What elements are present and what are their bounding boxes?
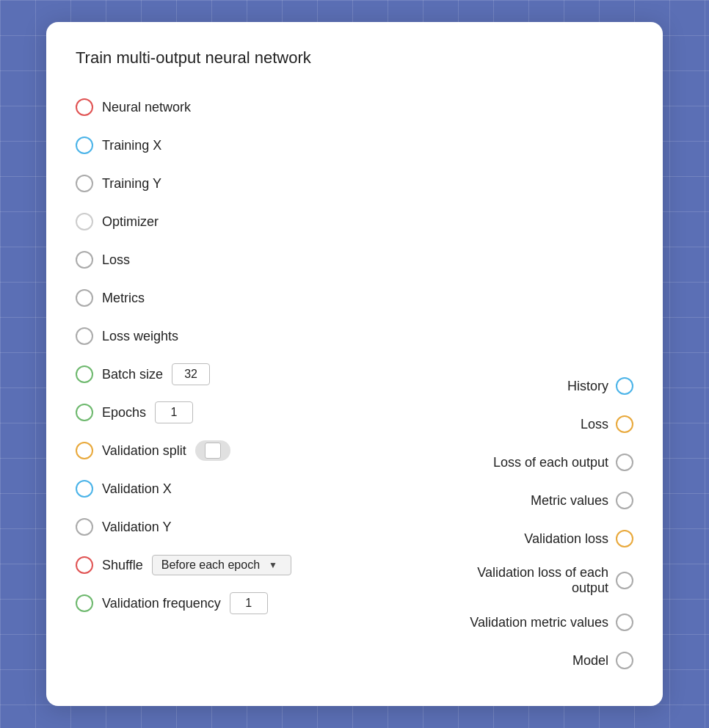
loss-weights-circle [76,327,93,345]
batch-size-input[interactable] [172,363,210,385]
right-param-row-loss-each-output: Loss of each output [443,443,633,481]
loss-out-circle [616,415,633,433]
metric-values-label: Metric values [531,493,608,509]
main-card: Train multi-output neural network Neural… [46,22,663,706]
validation-frequency-circle [76,594,93,612]
epochs-label: Epochs [102,405,146,421]
validation-metric-values-circle [616,614,633,631]
neural-network-label: Neural network [102,100,191,115]
param-row-epochs: Epochs [76,393,443,432]
param-row-shuffle: ShuffleBefore each epoch▼ [76,546,443,584]
loss-each-output-circle [616,454,633,471]
right-param-row-validation-metric-values: Validation metric values [443,603,633,641]
validation-y-label: Validation Y [102,520,171,535]
param-row-validation-split: Validation split [76,432,443,470]
shuffle-label: Shuffle [102,558,143,573]
param-row-training-x: Training X [76,126,443,164]
optimizer-circle [76,213,93,230]
shuffle-dropdown[interactable]: Before each epoch▼ [152,555,291,575]
validation-loss-each-output-circle [616,572,633,589]
validation-metric-values-label: Validation metric values [470,615,608,630]
validation-split-checkbox-inner [205,443,221,459]
validation-frequency-input[interactable] [230,592,268,614]
training-y-label: Training Y [102,176,161,192]
param-row-validation-x: Validation X [76,470,443,508]
right-param-row-history: History [443,367,633,405]
optimizer-label: Optimizer [102,214,159,230]
card-title: Train multi-output neural network [76,48,633,68]
right-param-row-metric-values: Metric values [443,481,633,520]
param-row-loss-weights: Loss weights [76,317,443,355]
epochs-circle [76,404,93,421]
model-label: Model [572,653,608,669]
validation-loss-each-output-label: Validation loss of each output [443,565,608,596]
validation-frequency-label: Validation frequency [102,596,221,611]
training-x-circle [76,136,93,154]
right-param-row-validation-loss-each-output: Validation loss of each output [443,558,633,603]
model-circle [616,652,633,669]
param-row-optimizer: Optimizer [76,203,443,241]
metrics-circle [76,289,93,307]
training-y-circle [76,175,93,192]
param-row-metrics: Metrics [76,279,443,317]
validation-split-checkbox[interactable] [195,440,230,461]
validation-loss-circle [616,530,633,547]
epochs-input[interactable] [155,401,193,423]
batch-size-circle [76,365,93,383]
loss-weights-label: Loss weights [102,329,178,344]
params-layout: Neural networkTraining XTraining YOptimi… [76,88,633,680]
left-column: Neural networkTraining XTraining YOptimi… [76,88,443,680]
validation-x-circle [76,480,93,498]
metrics-label: Metrics [102,291,145,306]
validation-split-label: Validation split [102,443,186,459]
neural-network-circle [76,98,93,116]
param-row-validation-frequency: Validation frequency [76,584,443,622]
right-param-row-model: Model [443,641,633,680]
right-param-row-validation-loss: Validation loss [443,520,633,558]
batch-size-label: Batch size [102,367,163,382]
validation-loss-label: Validation loss [524,531,608,547]
history-circle [616,377,633,395]
right-param-row-loss-out: Loss [443,405,633,443]
validation-split-circle [76,442,93,459]
history-label: History [567,379,608,394]
loss-circle [76,251,93,269]
right-column: HistoryLossLoss of each outputMetric val… [443,88,633,680]
metric-values-circle [616,492,633,509]
shuffle-dropdown-arrow: ▼ [269,560,277,570]
param-row-validation-y: Validation Y [76,508,443,546]
param-row-neural-network: Neural network [76,88,443,126]
param-row-loss: Loss [76,241,443,279]
training-x-label: Training X [102,138,161,153]
loss-label: Loss [102,252,130,268]
param-row-training-y: Training Y [76,164,443,203]
validation-x-label: Validation X [102,481,172,497]
loss-each-output-label: Loss of each output [493,455,608,470]
loss-out-label: Loss [581,417,608,432]
shuffle-circle [76,556,93,574]
shuffle-dropdown-value: Before each epoch [161,558,260,572]
param-row-batch-size: Batch size [76,355,443,393]
validation-y-circle [76,518,93,536]
